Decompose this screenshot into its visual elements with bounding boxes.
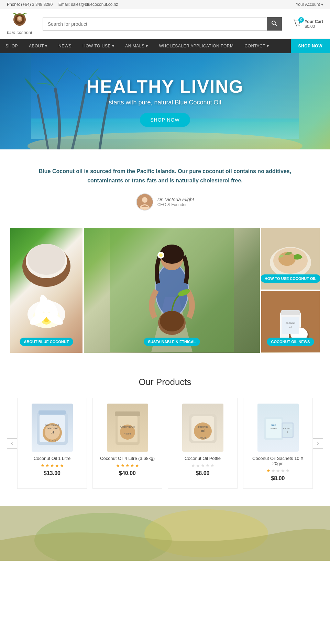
carousel-prev-button[interactable]: ‹	[7, 438, 17, 449]
nav-shop[interactable]: SHOP	[0, 39, 23, 53]
product-stars-4: ★ ★ ★ ★ ★	[248, 468, 308, 473]
author-avatar-img	[137, 194, 153, 210]
svg-text:1 Litre: 1 Litre	[48, 439, 56, 442]
grid-cell-sustainable: SUSTAINABLE & ETHICAL	[84, 228, 260, 353]
coconut-flower-svg	[15, 232, 77, 349]
product-img-svg-1: blue coconut coconut oil 1 Litre	[33, 405, 71, 450]
cart-badge: 0	[298, 17, 304, 23]
nav-animals[interactable]: ANIMALS ▾	[120, 39, 154, 53]
product-price-2: $40.00	[97, 470, 158, 476]
description-section: Blue Coconut oil is sourced from the Pac…	[0, 149, 330, 228]
bottom-banner-svg	[0, 506, 330, 561]
carousel-next-button[interactable]: ›	[313, 438, 323, 449]
email-text: Email: sales@bluecoconut.co.nz	[58, 2, 118, 7]
svg-text:coconut: coconut	[271, 428, 277, 430]
about-label[interactable]: ABOUT BLUE COCONUT	[20, 338, 73, 346]
hero-banner: HEALTHY LIVING starts with pure, natural…	[0, 53, 330, 149]
cart-info: Your Cart $0.00	[305, 19, 323, 29]
hero-content: HEALTHY LIVING starts with pure, natural…	[87, 76, 244, 127]
cart-area[interactable]: 0 Your Cart $0.00	[292, 19, 323, 30]
logo-text: blue coconut	[7, 30, 32, 35]
product-img-svg-4: blue coconut SACHET S	[259, 405, 297, 450]
product-card-3[interactable]: coconut oil 400g Coconut Oil Pottle ★ ★ …	[168, 398, 238, 489]
product-name-1: Coconut Oil 1 Litre	[22, 456, 82, 461]
product-stars-3: ★ ★ ★ ★ ★	[172, 463, 233, 468]
product-card-1[interactable]: blue coconut coconut oil 1 Litre Coconut…	[17, 398, 87, 489]
svg-point-6	[296, 25, 297, 26]
product-card-4[interactable]: blue coconut SACHET S Coconut Oil Sachet…	[243, 398, 313, 489]
grid-cell-news: coconut oil COCONUT OIL NEWS	[261, 291, 320, 353]
news-label[interactable]: COCONUT OIL NEWS	[267, 338, 314, 346]
svg-point-12	[142, 197, 147, 203]
top-bar-contact: Phone: (+64) 3 348 8280 Email: sales@blu…	[7, 2, 118, 7]
search-area	[43, 17, 282, 31]
nav-news[interactable]: NEWS	[53, 39, 77, 53]
logo[interactable]: blue coconut	[7, 13, 32, 35]
top-bar: Phone: (+64) 3 348 8280 Email: sales@blu…	[0, 0, 330, 9]
woman-image-bg	[84, 228, 260, 353]
cart-icon-wrap: 0	[292, 19, 302, 30]
svg-point-4	[272, 21, 275, 24]
product-name-3: Coconut Oil Pottle	[172, 456, 233, 461]
nav-how-to-use[interactable]: HOW TO USE ▾	[77, 39, 120, 53]
svg-text:Coconut Oil: Coconut Oil	[120, 425, 135, 428]
grid-cell-how-to-use: HOW TO USE COCONUT OIL	[261, 228, 320, 290]
product-name-2: Coconut Oil 4 Litre (3.68kg)	[97, 456, 158, 461]
grid-cell-about: ABOUT BLUE COCONUT	[10, 228, 82, 353]
hero-title: HEALTHY LIVING	[87, 76, 244, 97]
hero-shop-now-button[interactable]: SHOP NOW	[140, 113, 190, 127]
nav-contact[interactable]: CONTACT ▾	[239, 39, 274, 53]
product-stars-2: ★ ★ ★ ★ ★	[97, 463, 158, 468]
woman-svg	[110, 228, 234, 352]
svg-text:oil: oil	[51, 431, 54, 434]
logo-icon	[9, 13, 30, 30]
product-img-svg-3: coconut oil 400g	[184, 405, 222, 450]
author-info: Dr. Victoria Flight CEO & Founder	[157, 197, 194, 207]
product-price-3: $8.00	[172, 470, 233, 476]
svg-rect-52	[38, 410, 66, 415]
bottom-banner	[0, 506, 330, 561]
svg-text:blue: blue	[271, 424, 276, 426]
products-section: Our Products ‹ blue coconut coconut oil	[0, 366, 330, 506]
products-carousel: ‹ blue coconut coconut oil 1 Litre	[7, 398, 323, 489]
about-image-bg	[10, 228, 82, 353]
product-image-2: Coconut Oil 4 Litre	[107, 404, 148, 452]
svg-text:blue coconut: blue coconut	[45, 424, 59, 426]
nav-shop-now[interactable]: SHOP NOW	[291, 39, 330, 53]
svg-text:SACHET: SACHET	[283, 428, 292, 430]
author-name: Dr. Victoria Flight	[157, 197, 194, 202]
svg-line-5	[275, 24, 277, 26]
svg-rect-60	[115, 411, 140, 416]
author-avatar	[136, 193, 153, 211]
description-text: Blue Coconut oil is sourced from the Pac…	[34, 167, 296, 185]
product-price-1: $13.00	[22, 470, 82, 476]
product-name-4: Coconut Oil Sachets 10 X 20gm	[248, 456, 308, 466]
product-price-4: $8.00	[248, 475, 308, 482]
search-input[interactable]	[43, 18, 267, 31]
product-image-4: blue coconut SACHET S	[257, 404, 299, 452]
main-nav: SHOP ABOUT ▾ NEWS HOW TO USE ▾ ANIMALS ▾…	[0, 39, 330, 53]
svg-rect-42	[281, 310, 300, 315]
image-grid: ABOUT BLUE COCONUT	[0, 228, 330, 353]
product-image-1: blue coconut coconut oil 1 Litre	[32, 404, 73, 452]
sustainable-label[interactable]: SUSTAINABLE & ETHICAL	[144, 338, 200, 346]
svg-point-32	[159, 253, 163, 257]
author-title: CEO & Founder	[157, 202, 194, 207]
svg-text:4 Litre: 4 Litre	[124, 432, 131, 435]
svg-point-7	[299, 25, 300, 26]
svg-rect-45	[282, 317, 299, 334]
products-title: Our Products	[7, 377, 323, 387]
svg-text:oil: oil	[289, 326, 292, 328]
phone-text: Phone: (+64) 3 348 8280	[7, 2, 53, 7]
product-image-3: coconut oil 400g	[182, 404, 223, 452]
how-to-use-label[interactable]: HOW TO USE COCONUT OIL	[261, 274, 320, 283]
account-link[interactable]: Your Account ▾	[296, 2, 323, 7]
nav-about[interactable]: ABOUT ▾	[23, 39, 53, 53]
product-stars-1: ★ ★ ★ ★ ★	[22, 463, 82, 468]
svg-point-34	[160, 311, 184, 331]
search-icon	[272, 21, 277, 26]
author-block: Dr. Victoria Flight CEO & Founder	[34, 193, 296, 211]
product-card-2[interactable]: Coconut Oil 4 Litre Coconut Oil 4 Litre …	[92, 398, 162, 489]
search-button[interactable]	[267, 17, 282, 31]
nav-wholesaler[interactable]: WHOLESALER APPLICATION FORM	[154, 39, 239, 53]
